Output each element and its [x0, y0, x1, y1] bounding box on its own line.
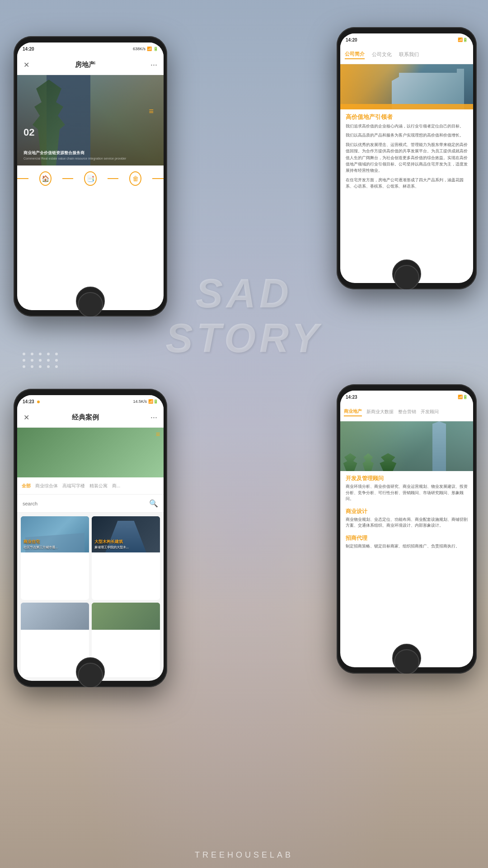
card-4-image	[92, 603, 160, 630]
tree-1	[340, 451, 360, 471]
phone-2-hero-image	[340, 64, 473, 109]
card-1-image: 商业住宅 社区节点第三方城市通...	[21, 516, 89, 552]
phone-2-content: 高价值地产引领者 我们追求高价值的企业核心内涵，以行业引领者定位自己的目标。 我…	[340, 109, 473, 283]
case-card-3[interactable]	[21, 603, 89, 677]
phone-3-icons: 14.5K/s 📶🔋	[133, 399, 158, 404]
search-input[interactable]	[23, 501, 145, 506]
phone-2-icons: 📶🔋	[458, 38, 468, 42]
phone-2-body: 我们追求高价值的企业核心内涵，以行业引领者定位自己的目标。 我们以高品质的产品和…	[340, 123, 473, 193]
tree-3	[376, 451, 400, 471]
slide-number: 02	[23, 127, 34, 138]
card-2-label: 大型木构长建筑 麻省理工学院的大型木...	[94, 539, 157, 550]
phone-3-search-bar: 🔍	[17, 495, 164, 513]
hamburger-icon[interactable]: ≡	[149, 107, 154, 116]
home-icon-btn[interactable]: 🏠	[39, 171, 52, 186]
phone-3-home-button[interactable]	[78, 663, 103, 687]
phone-3-screen: 14:23 14.5K/s 📶🔋 ✕ 经典案例 ··· ≡ 全部 商业综合体 高…	[17, 395, 164, 681]
line-decoration-end	[152, 178, 164, 179]
phone-1-bottom-icons: 🏠 📑 🗑	[17, 165, 164, 191]
phone-1-home-button[interactable]	[78, 292, 103, 316]
hamburger-icon-3[interactable]: ≡	[156, 430, 160, 439]
delete-icon-btn[interactable]: 🗑	[129, 171, 141, 186]
filter-apartment[interactable]: 精装公寓	[89, 483, 108, 489]
search-icon[interactable]: 🔍	[149, 499, 158, 508]
phone-4-content: 开发及管理顾问 商业环境分析、商业价值研究、商业运营规划、物业发展建议、投资分析…	[340, 471, 473, 667]
section-title-2: 商业设计	[340, 504, 473, 517]
tab-company-culture[interactable]: 公司文化	[372, 51, 392, 59]
decorative-dots-bottom	[23, 353, 60, 368]
phone-3-filter: 全部 商业综合体 高端写字楼 精装公寓 商...	[17, 477, 164, 495]
phone-1-status-icons: 638K/s 📶🔋	[133, 47, 158, 51]
card-1-label: 商业住宅 社区节点第三方城市通...	[23, 539, 86, 550]
phone-4-tabs: 商业地产 新商业大数据 整合营销 开发顾问	[340, 403, 473, 421]
phone-2-status-bar: 14:20 📶🔋	[340, 33, 473, 46]
phone-2-tabs: 公司简介 公司文化 联系我们	[340, 46, 473, 64]
phone-3-hero: ≡	[17, 428, 164, 477]
section-body-2: 商业物业规划、业态定位、功能布局、商业配套设施规划、商铺切割方案、交通体系组织、…	[340, 517, 473, 529]
tree-2	[360, 451, 376, 471]
phone-1-hero-image: 02 商业地产全价值链资源整合服务商 Commercial Real estat…	[17, 75, 164, 165]
section-title-1: 开发及管理顾问	[340, 471, 473, 484]
tab-commercial-realestate[interactable]: 商业地产	[344, 408, 362, 416]
section-body-1: 商业环境分析、商业价值研究、商业运营规划、物业发展建议、投资分析、竞争分析、可行…	[340, 484, 473, 502]
filter-more[interactable]: 商...	[112, 483, 120, 489]
phone-4-notch	[393, 388, 420, 391]
phone-1-status-bar: 14:20 638K/s 📶🔋	[17, 42, 164, 55]
phone-1-screen: 14:20 638K/s 📶🔋 ✕ 房地产 ··· ≡ 02	[17, 42, 164, 310]
phone-3-titlebar: ✕ 经典案例 ···	[17, 408, 164, 428]
section-heading: 高价值地产引领者	[340, 109, 473, 123]
phone-4-home-button[interactable]	[394, 649, 419, 674]
phone-4-screen: 14:23 📶🔋 商业地产 新商业大数据 整合营销 开发顾问 开发及管理顾问 商…	[340, 391, 473, 667]
building-shape	[392, 69, 464, 109]
phone-2-home-button[interactable]	[394, 265, 419, 289]
phone-3-notch	[77, 392, 104, 395]
bookmark-icon-btn[interactable]: 📑	[84, 171, 96, 186]
phone-3-status-bar: 14:23 14.5K/s 📶🔋	[17, 395, 164, 408]
phone-2: 14:20 📶🔋 公司简介 公司文化 联系我们 高价值地产引领者 我们追求高价值…	[337, 27, 477, 289]
phone-1-time: 14:20	[23, 47, 34, 52]
phone-1: 14:20 638K/s 📶🔋 ✕ 房地产 ··· ≡ 02	[14, 36, 167, 316]
paragraph-4: 在住宅开发方面，房地产公司逐渐形成了四大产品系列，涵盖花园系、心语系、香槟系、公…	[346, 177, 468, 190]
section-body-3: 制定招商策略、锁定目标商家、组织招商推广、负责招商执行。	[340, 543, 473, 550]
signal-dot	[37, 401, 40, 403]
trees-row	[340, 451, 473, 471]
tab-big-data[interactable]: 新商业大数据	[366, 409, 394, 416]
more-menu-icon[interactable]: ···	[150, 60, 157, 70]
tab-contact-us[interactable]: 联系我们	[399, 51, 419, 59]
filter-commercial-complex[interactable]: 商业综合体	[35, 483, 58, 489]
card-3-image	[21, 603, 89, 630]
phone-4-status-bar: 14:23 📶🔋	[340, 391, 473, 403]
phone-3-page-title: 经典案例	[20, 413, 150, 422]
phone-1-page-title: 房地产	[20, 61, 150, 69]
phone-4-icons: 📶🔋	[458, 395, 468, 399]
filter-office[interactable]: 高端写字楼	[62, 483, 85, 489]
cases-grid: 商业住宅 社区节点第三方城市通... 大型木构长建筑 麻省理工学院的大型木...	[17, 513, 164, 681]
yellow-bar	[340, 104, 473, 109]
hero-caption: 商业地产全价值链资源整合服务商 Commercial Real estate v…	[23, 150, 157, 160]
phone-1-content: ≡ 02 商业地产全价值链资源整合服务商 Commercial Real est…	[17, 75, 164, 310]
phone-4-hero-image	[340, 421, 473, 471]
line-decoration-mid	[62, 178, 74, 179]
card-4-bg	[92, 603, 160, 630]
more-menu-icon-3[interactable]: ···	[150, 413, 157, 422]
tab-company-intro[interactable]: 公司简介	[345, 51, 365, 59]
line-decoration-left	[17, 178, 28, 179]
phone-4-time: 14:23	[346, 395, 357, 400]
footer-label: TREEHOUSELAB	[195, 850, 293, 860]
case-card-4[interactable]	[92, 603, 160, 677]
phone-2-time: 14:20	[346, 38, 357, 42]
card-3-bg	[21, 603, 89, 630]
section-title-3: 招商代理	[340, 531, 473, 543]
hero-tree-bg	[17, 428, 164, 477]
tab-integrated-marketing[interactable]: 整合营销	[398, 409, 416, 416]
paragraph-3: 我们以优秀的发展理念、运营模式、管理能力为股东带来稳定的高价值回报。为合作方提供…	[346, 142, 468, 174]
case-card-2[interactable]: 大型木构长建筑 麻省理工学院的大型木...	[92, 516, 160, 600]
filter-all[interactable]: 全部	[22, 483, 31, 489]
case-card-1[interactable]: 商业住宅 社区节点第三方城市通...	[21, 516, 89, 600]
phone-2-notch	[393, 31, 420, 33]
phone-4: 14:23 📶🔋 商业地产 新商业大数据 整合营销 开发顾问 开发及管理顾问 商…	[337, 384, 477, 674]
tab-development-consulting[interactable]: 开发顾问	[421, 409, 439, 416]
phone-1-titlebar: ✕ 房地产 ···	[17, 55, 164, 75]
card-2-image: 大型木构长建筑 麻省理工学院的大型木...	[92, 516, 160, 552]
paragraph-2: 我们以高品质的产品和服务为客户实现理想的高价值和价值增长。	[346, 132, 468, 138]
